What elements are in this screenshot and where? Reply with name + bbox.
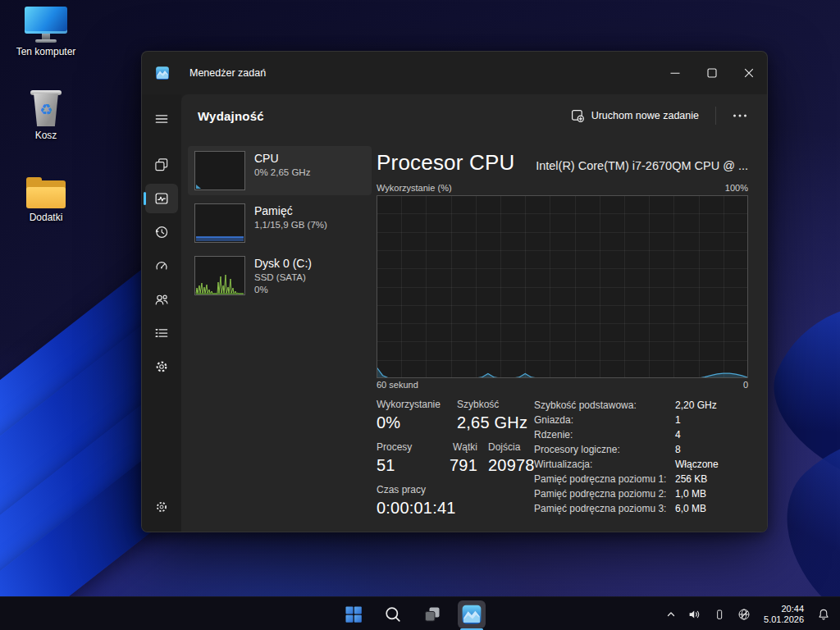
metric-title: Dysk 0 (C:) xyxy=(254,256,312,272)
metric-sub: 0% 2,65 GHz xyxy=(254,167,310,179)
cpu-stats-left: Wykorzystanie 0% Szybkość 2,65 GHz Proce… xyxy=(377,398,534,526)
task-manager-app-icon xyxy=(155,66,170,80)
performance-icon xyxy=(153,190,170,207)
desktop-icon-recycle-bin[interactable]: ♻ Kosz xyxy=(7,90,85,141)
sidebar-item-settings[interactable] xyxy=(145,492,178,522)
cpu-model-name: Intel(R) Core(TM) i7-2670QM CPU @ ... xyxy=(536,159,748,172)
metric-sub2: 0% xyxy=(254,284,312,296)
tray-chevron-button[interactable] xyxy=(661,601,681,628)
performance-page: Wydajność Uruchom nowe zadanie xyxy=(181,94,767,532)
command-bar: Wydajność Uruchom nowe zadanie xyxy=(181,94,767,137)
new-task-icon xyxy=(571,109,584,122)
startup-gauge-icon xyxy=(153,258,170,274)
metric-title: Pamięć xyxy=(254,203,327,219)
sidebar-item-processes[interactable] xyxy=(145,150,178,180)
metric-title: CPU xyxy=(254,151,310,167)
spec-row: Gniazda:1 xyxy=(534,413,748,427)
stat-value-uptime: 0:00:01:41 xyxy=(377,496,534,520)
stat-value-utilization: 0% xyxy=(377,411,457,435)
list-item-memory[interactable]: Pamięć 1,1/15,9 GB (7%) xyxy=(188,199,372,248)
desktop-icon-label: Kosz xyxy=(35,130,57,141)
metric-sub: SSD (SATA) xyxy=(254,272,312,284)
chart-x-left-label: 60 sekund xyxy=(377,380,418,392)
sidebar-item-details[interactable] xyxy=(145,318,178,348)
chevron-up-icon xyxy=(665,609,677,620)
sidebar-item-startup-apps[interactable] xyxy=(145,251,178,281)
stat-value-handles: 20978 xyxy=(488,454,535,477)
chart-y-max-label: 100% xyxy=(725,183,748,195)
globe-no-internet-icon xyxy=(737,607,751,622)
sidebar xyxy=(142,94,181,532)
run-new-task-label: Uruchom nowe zadanie xyxy=(591,110,699,121)
sidebar-item-app-history[interactable] xyxy=(145,217,178,247)
tray-battery-button[interactable] xyxy=(709,601,730,628)
chart-y-axis-label: Wykorzystanie (%) xyxy=(377,183,452,195)
spec-row: Szybkość podstawowa:2,20 GHz xyxy=(534,398,748,413)
desktop-icon-dodatki[interactable]: Dodatki xyxy=(7,177,85,223)
taskbar-clock[interactable]: 20:44 5.01.2026 xyxy=(758,601,810,628)
desktop-icon-label: Dodatki xyxy=(30,212,63,223)
page-title: Wydajność xyxy=(198,109,264,123)
desktop-icon-this-pc[interactable]: Ten komputer xyxy=(7,7,85,57)
desktop-screen: Ten komputer ♻ Kosz Dodatki Menedżer zad… xyxy=(0,0,840,630)
details-list-icon xyxy=(153,325,170,341)
clock-date: 5.01.2026 xyxy=(764,614,804,625)
search-button[interactable] xyxy=(379,600,407,628)
battery-icon xyxy=(713,608,726,621)
stat-value-threads: 791 xyxy=(435,454,477,477)
close-button[interactable] xyxy=(730,52,767,94)
window-title: Menedżer zadań xyxy=(189,67,266,79)
windows-start-icon xyxy=(344,605,363,624)
volume-icon xyxy=(687,607,702,622)
disk-mini-graph xyxy=(194,256,245,295)
spec-row: Rdzenie:4 xyxy=(534,427,748,442)
titlebar[interactable]: Menedżer zadań xyxy=(142,52,767,94)
folder-icon xyxy=(26,177,66,208)
performance-metric-list: CPU 0% 2,65 GHz Pamięć 1,1/15,9 GB (7%) xyxy=(188,146,372,304)
minimize-button[interactable] xyxy=(656,52,693,94)
selected-accent-bar xyxy=(144,192,146,205)
cpu-detail-pane: Procesor CPU Intel(R) Core(TM) i7-2670QM… xyxy=(377,150,748,526)
sidebar-item-performance[interactable] xyxy=(145,184,178,213)
taskbar-item-task-manager[interactable] xyxy=(458,600,486,628)
task-view-icon xyxy=(422,605,442,624)
task-view-button[interactable] xyxy=(418,600,446,628)
more-options-button[interactable] xyxy=(724,107,756,125)
stat-value-speed: 2,65 GHz xyxy=(457,411,534,435)
detail-title: Procesor CPU xyxy=(377,150,515,176)
cpu-mini-graph xyxy=(194,151,245,190)
tray-volume-button[interactable] xyxy=(683,601,706,628)
desktop-icon-label: Ten komputer xyxy=(16,46,76,57)
stat-value-processes: 51 xyxy=(377,454,424,477)
command-bar-separator xyxy=(715,107,716,125)
hamburger-icon xyxy=(153,111,170,127)
memory-mini-graph xyxy=(194,203,245,243)
notification-center-button[interactable] xyxy=(812,601,835,628)
tray-network-button[interactable] xyxy=(733,601,756,628)
run-new-task-button[interactable]: Uruchom nowe zadanie xyxy=(563,103,707,128)
start-button[interactable] xyxy=(340,600,368,628)
history-clock-icon xyxy=(153,224,170,240)
maximize-button[interactable] xyxy=(693,52,730,94)
stat-label: Procesy xyxy=(377,441,424,454)
sidebar-item-users[interactable] xyxy=(145,285,178,314)
cpu-usage-chart xyxy=(377,195,748,378)
cpu-specs: Szybkość podstawowa:2,20 GHz Gniazda:1 R… xyxy=(534,398,748,526)
stat-label: Wątki xyxy=(435,441,477,454)
spec-row: Procesory logiczne:8 xyxy=(534,442,748,457)
taskbar: 20:44 5.01.2026 xyxy=(0,596,840,630)
recycle-bin-icon: ♻ xyxy=(30,90,62,126)
task-manager-window: Menedżer zadań xyxy=(141,51,768,532)
spec-row: Wirtualizacja:Włączone xyxy=(534,457,748,472)
sidebar-menu-button[interactable] xyxy=(145,104,178,134)
metric-sub: 1,1/15,9 GB (7%) xyxy=(254,219,327,231)
sidebar-item-services[interactable] xyxy=(145,352,178,381)
settings-gear-icon xyxy=(154,500,169,514)
list-item-cpu[interactable]: CPU 0% 2,65 GHz xyxy=(188,146,372,195)
spec-row: Pamięć podręczna poziomu 3:6,0 MB xyxy=(534,501,748,516)
processes-icon xyxy=(153,157,170,173)
list-item-disk[interactable]: Dysk 0 (C:) SSD (SATA) 0% xyxy=(188,251,372,301)
services-gear-icon xyxy=(153,358,170,375)
users-icon xyxy=(153,291,170,308)
this-pc-monitor-icon xyxy=(25,7,67,43)
